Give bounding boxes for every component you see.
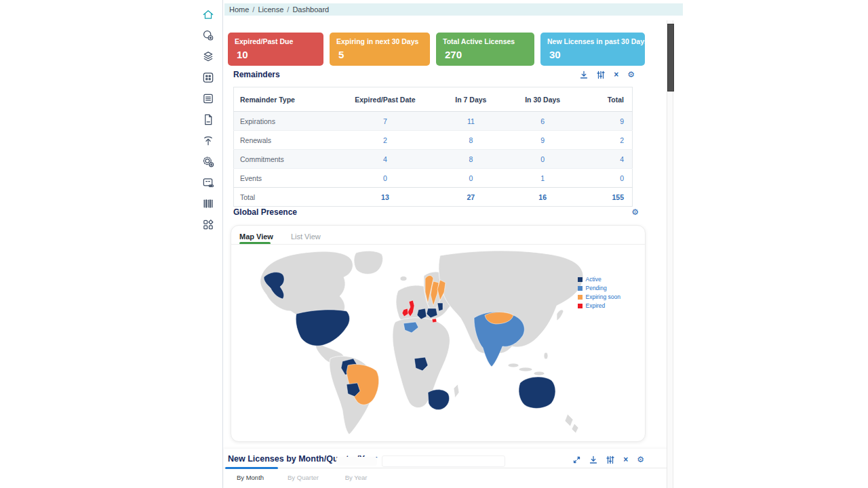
country-australia[interactable] xyxy=(519,377,555,408)
legend-item-pending: Pending xyxy=(578,285,620,291)
table-header-row: Remainder Type Expired/Past Date In 7 Da… xyxy=(234,87,633,112)
tab-by-quarter[interactable]: By Quarter xyxy=(277,468,330,481)
count-link[interactable]: 8 xyxy=(437,131,505,150)
breadcrumb-home[interactable]: Home xyxy=(229,5,249,14)
breadcrumb-separator: / xyxy=(252,5,254,14)
land-greenland xyxy=(354,251,383,274)
count-link[interactable]: 8 xyxy=(437,150,505,169)
active-tab-indicator xyxy=(225,467,278,469)
new-licenses-actions: × ⚙ xyxy=(573,455,644,464)
tab-map-view[interactable]: Map View xyxy=(239,232,273,241)
count-link[interactable]: 0 xyxy=(580,169,632,188)
stat-card-expired-past-due[interactable]: Expired/Past Due 10 xyxy=(228,33,323,66)
country-south-africa[interactable] xyxy=(428,390,450,410)
tab-by-month[interactable]: By Month xyxy=(224,468,277,481)
download-button[interactable] xyxy=(589,455,597,464)
count-link[interactable]: 4 xyxy=(334,150,437,169)
sidebar-item-modules[interactable] xyxy=(201,218,215,231)
remainders-title: Remainders xyxy=(233,70,280,79)
sidebar-item-barcode[interactable] xyxy=(201,197,215,210)
count-link[interactable]: 2 xyxy=(334,131,437,150)
filter-sliders-icon xyxy=(597,70,605,79)
sidebar-item-documents[interactable] xyxy=(201,113,215,126)
global-presence-title: Global Presence xyxy=(233,207,297,217)
legend-swatch-expiring xyxy=(578,295,583,300)
sidebar-item-lists[interactable] xyxy=(201,92,215,105)
breadcrumb-dashboard: Dashboard xyxy=(292,5,329,14)
column-header: Expired/Past Date xyxy=(334,87,437,112)
settings-button[interactable]: ⚙ xyxy=(637,455,644,464)
column-header: Remainder Type xyxy=(234,87,334,112)
table-row-commitments: Commitments 4 8 0 4 xyxy=(234,150,633,169)
count-link[interactable]: 0 xyxy=(334,169,437,188)
row-label: Expirations xyxy=(234,112,334,131)
count-link[interactable]: 9 xyxy=(580,112,632,131)
sidebar-item-home[interactable] xyxy=(201,8,215,21)
count-link[interactable]: 7 xyxy=(334,112,437,131)
row-label: Commitments xyxy=(234,150,334,169)
table-row-total: Total 13 27 16 155 xyxy=(234,188,633,207)
modules-grid-icon xyxy=(201,218,215,231)
close-button[interactable]: × xyxy=(623,455,628,464)
count-link[interactable]: 27 xyxy=(437,188,505,207)
tab-by-year[interactable]: By Year xyxy=(330,468,382,481)
count-link[interactable]: 155 xyxy=(580,188,632,207)
document-icon xyxy=(201,113,215,126)
vertical-scrollbar[interactable] xyxy=(667,20,673,488)
gear-plus-icon xyxy=(201,155,215,168)
new-licenses-tabs: By Month By Quarter By Year xyxy=(224,468,671,481)
sidebar-item-layers[interactable] xyxy=(201,50,215,63)
stat-card-expiring-30-days[interactable]: Expiring in next 30 Days 5 xyxy=(330,33,430,66)
stat-cards-row: Expired/Past Due 10 Expiring in next 30 … xyxy=(228,33,645,66)
count-link[interactable]: 4 xyxy=(580,150,632,169)
stat-card-value: 5 xyxy=(336,49,423,60)
sidebar-item-settings[interactable] xyxy=(201,155,215,168)
expand-button[interactable] xyxy=(573,455,580,464)
count-link[interactable]: 6 xyxy=(505,112,580,131)
count-link[interactable]: 16 xyxy=(505,188,580,207)
legend-label: Expiring soon xyxy=(585,293,620,300)
sidebar-item-media[interactable] xyxy=(201,176,215,189)
sidebar-item-upload[interactable] xyxy=(201,134,215,147)
filter-button[interactable] xyxy=(597,70,605,79)
download-button[interactable] xyxy=(580,70,588,79)
count-link[interactable]: 9 xyxy=(505,131,580,150)
legend-swatch-active xyxy=(578,277,583,282)
remainders-table: Remainder Type Expired/Past Date In 7 Da… xyxy=(233,87,633,207)
row-label: Total xyxy=(234,188,334,207)
stat-card-total-active[interactable]: Total Active Licenses 270 xyxy=(436,33,534,66)
close-button[interactable]: × xyxy=(614,70,618,79)
list-box-icon xyxy=(201,92,215,105)
download-icon xyxy=(580,70,588,79)
sidebar-item-licenses[interactable] xyxy=(201,29,215,42)
country-hungary-region[interactable] xyxy=(432,319,437,323)
world-map[interactable]: Active Pending Expiring soon Expired xyxy=(243,249,638,436)
stat-card-new-licenses[interactable]: New Licenses in past 30 Days 30 xyxy=(540,33,645,66)
settings-button[interactable]: ⚙ xyxy=(627,70,635,79)
count-link[interactable]: 11 xyxy=(437,112,505,131)
filter-sliders-icon xyxy=(606,455,614,464)
stat-card-label: New Licenses in past 30 Days xyxy=(547,37,638,45)
chart-filter-input[interactable] xyxy=(382,455,505,467)
count-link[interactable]: 13 xyxy=(334,188,437,207)
breadcrumb-license[interactable]: License xyxy=(258,5,283,14)
settings-button[interactable]: ⚙ xyxy=(631,208,639,217)
legend-swatch-expired xyxy=(578,304,583,308)
filter-button[interactable] xyxy=(606,455,614,464)
count-link[interactable]: 1 xyxy=(505,169,580,188)
scrollbar-thumb[interactable] xyxy=(667,24,674,92)
sidebar xyxy=(0,0,223,488)
count-link[interactable]: 0 xyxy=(437,169,505,188)
legend-label: Expired xyxy=(585,302,605,309)
legend-item-active: Active xyxy=(578,276,620,283)
country-united-states[interactable] xyxy=(296,310,349,346)
count-link[interactable]: 2 xyxy=(580,131,632,150)
sidebar-item-apps[interactable] xyxy=(201,71,215,84)
upload-icon xyxy=(201,134,215,147)
legend-item-expiring-soon: Expiring soon xyxy=(578,293,620,300)
tab-list-view[interactable]: List View xyxy=(291,232,321,241)
count-link[interactable]: 0 xyxy=(505,150,580,169)
legend-label: Pending xyxy=(585,285,606,291)
land-indonesia-3 xyxy=(534,371,545,375)
close-icon: × xyxy=(623,456,628,464)
